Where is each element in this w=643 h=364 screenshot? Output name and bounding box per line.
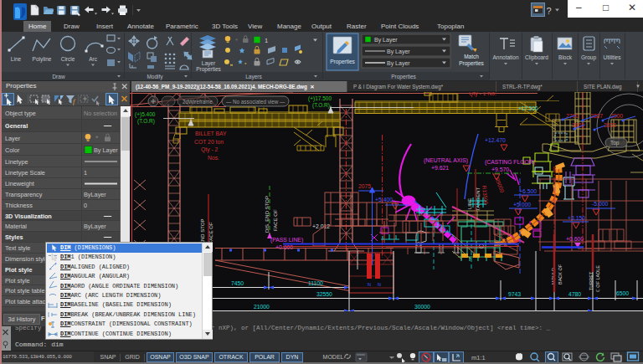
- svg-text:+5.400: +5.400: [375, 197, 393, 203]
- svg-text:30000: 30000: [414, 304, 430, 310]
- svg-text:(NEUTRAL AXIS): (NEUTRAL AXIS): [424, 157, 468, 164]
- svg-text:LINE: LINE: [467, 198, 472, 209]
- svg-text:N: N: [378, 282, 381, 287]
- svg-text:6500: 6500: [616, 290, 629, 296]
- svg-text:3800: 3800: [604, 122, 616, 128]
- svg-text:DIS. END STOP: DIS. END STOP: [265, 196, 270, 233]
- svg-text:f: f: [73, 98, 76, 105]
- svg-text:BILLET BAY: BILLET BAY: [195, 131, 227, 136]
- svg-text:?: ?: [547, 6, 552, 16]
- svg-text:+6.500: +6.500: [519, 188, 537, 194]
- svg-text:Properties: Properties: [196, 66, 221, 73]
- svg-text:Layers: Layers: [245, 74, 262, 80]
- svg-text:Utilities: Utilities: [604, 54, 622, 60]
- svg-text:Qty - 1 No.: Qty - 1 No.: [469, 92, 496, 97]
- svg-text:Properties: Properties: [330, 59, 355, 65]
- svg-text:END STOP: END STOP: [200, 218, 205, 244]
- svg-text:Match: Match: [464, 54, 479, 59]
- svg-text:FACE OF: FACE OF: [208, 222, 213, 244]
- svg-text:2dWireframe: 2dWireframe: [183, 99, 213, 105]
- svg-text:*: *: [235, 37, 238, 44]
- svg-text:+17.500: +17.500: [518, 105, 538, 111]
- svg-text:+0.600: +0.600: [566, 236, 584, 242]
- svg-text:By Layer: By Layer: [387, 60, 410, 67]
- svg-text:Clipboard: Clipboard: [525, 54, 548, 61]
- svg-text:N: N: [368, 282, 371, 287]
- svg-text:(CASTING FLOOR): (CASTING FLOOR): [485, 159, 535, 166]
- svg-text:Arc: Arc: [89, 56, 98, 62]
- svg-text:COT 20 ton: COT 20 ton: [194, 139, 224, 145]
- svg-text:*: *: [95, 134, 99, 142]
- svg-text:(T.O.R): (T.O.R): [137, 118, 155, 125]
- svg-text:32550: 32550: [316, 291, 332, 297]
- svg-text:+9.621: +9.621: [431, 165, 449, 171]
- svg-text:11100: 11100: [308, 280, 323, 286]
- svg-text:Properties: Properties: [459, 60, 484, 67]
- svg-text:4780: 4780: [568, 291, 581, 297]
- svg-text:Circle: Circle: [61, 56, 75, 62]
- svg-text:Group: Group: [581, 54, 596, 61]
- svg-text:Nos.: Nos.: [208, 155, 219, 161]
- svg-text:Line: Line: [11, 56, 22, 62]
- svg-text:+9.570: +9.570: [491, 167, 509, 172]
- svg-text:Properties: Properties: [391, 74, 416, 80]
- svg-text:+12.470: +12.470: [485, 137, 506, 143]
- svg-text:9743: 9743: [508, 291, 521, 297]
- svg-text:*: *: [244, 62, 247, 67]
- svg-text:— No associated view —: — No associated view —: [226, 99, 285, 105]
- svg-text:21000: 21000: [254, 304, 270, 310]
- svg-text:Qty - 2: Qty - 2: [201, 146, 219, 153]
- svg-text:Draw: Draw: [52, 74, 64, 79]
- svg-text:Modify: Modify: [147, 74, 163, 80]
- svg-text:Top: Top: [610, 140, 620, 146]
- svg-text:m1:1: m1:1: [471, 354, 486, 361]
- svg-text:Annotation: Annotation: [492, 54, 518, 60]
- svg-text:2075: 2075: [358, 183, 371, 189]
- svg-text:1: 1: [265, 37, 268, 44]
- svg-text:R13500: R13500: [481, 185, 489, 205]
- svg-text:ℂ OF LADLE: ℂ OF LADLE: [595, 265, 600, 292]
- svg-text:Block: Block: [558, 54, 573, 60]
- svg-text:By Layer: By Layer: [387, 49, 410, 55]
- svg-text:7450: 7450: [231, 280, 244, 286]
- svg-text:(T.O.R): (T.O.R): [312, 102, 330, 109]
- svg-text:By Layer: By Layer: [374, 37, 398, 44]
- svg-text:Polyline: Polyline: [33, 56, 52, 63]
- svg-text:FACE OF: FACE OF: [273, 209, 278, 231]
- svg-text:+3.150: +3.150: [568, 215, 585, 221]
- svg-text:+5.000: +5.000: [513, 202, 531, 208]
- svg-text:-5.000: -5.000: [592, 201, 608, 207]
- svg-text:(PASS LINE): (PASS LINE): [270, 237, 303, 244]
- svg-text:R9000: R9000: [494, 177, 506, 194]
- svg-text:BACK OF: BACK OF: [558, 264, 563, 285]
